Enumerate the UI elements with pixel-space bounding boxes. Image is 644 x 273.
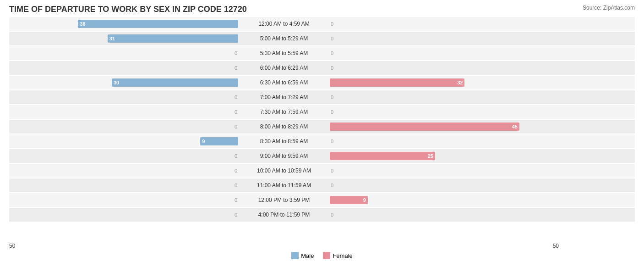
male-bar: 38: [78, 20, 238, 28]
male-value-zero: 0: [234, 124, 238, 129]
male-value-zero: 0: [234, 109, 238, 115]
chart-title: TIME OF DEPARTURE TO WORK BY SEX IN ZIP …: [9, 5, 635, 14]
male-value-zero: 0: [234, 212, 238, 217]
female-value: 32: [455, 80, 464, 85]
table-row: 3812:00 AM to 4:59 AM0: [9, 17, 635, 31]
table-row: 07:30 AM to 7:59 AM0: [9, 105, 635, 119]
table-row: 315:00 AM to 5:29 AM0: [9, 32, 635, 45]
axis-labels: 50 50: [9, 243, 635, 249]
time-label: 6:30 AM to 6:59 AM: [238, 79, 330, 86]
table-row: 07:00 AM to 7:29 AM0: [9, 90, 635, 104]
time-label: 9:00 AM to 9:59 AM: [238, 153, 330, 159]
male-bar-container: 0: [9, 46, 238, 60]
female-value-zero: 0: [330, 21, 334, 27]
table-row: 09:00 AM to 9:59 AM25: [9, 149, 635, 163]
time-label: 11:00 AM to 11:59 AM: [238, 182, 330, 189]
table-row: 06:00 AM to 6:29 AM0: [9, 61, 635, 75]
table-row: 306:30 AM to 6:59 AM32: [9, 76, 635, 89]
chart-container: TIME OF DEPARTURE TO WORK BY SEX IN ZIP …: [0, 0, 644, 273]
female-value-zero: 0: [330, 95, 334, 100]
male-value: 30: [112, 80, 121, 85]
legend-female-box: [323, 252, 330, 259]
male-bar-container: 0: [9, 61, 238, 75]
female-bar-container: 25: [330, 149, 559, 163]
male-bar-container: 31: [9, 32, 238, 45]
axis-right-label: 50: [330, 243, 559, 249]
male-bar-container: 30: [9, 76, 238, 89]
male-bar-container: 9: [9, 134, 238, 148]
female-bar-container: 0: [330, 90, 559, 104]
table-row: 010:00 AM to 10:59 AM0: [9, 164, 635, 178]
male-value: 38: [78, 21, 87, 27]
male-bar-container: 0: [9, 149, 238, 163]
female-bar-container: 9: [330, 193, 559, 207]
female-bar: 32: [330, 78, 464, 87]
male-bar: 9: [200, 137, 238, 145]
male-value-zero: 0: [234, 197, 238, 203]
time-label: 6:00 AM to 6:29 AM: [238, 65, 330, 71]
table-row: 04:00 PM to 11:59 PM0: [9, 208, 635, 222]
male-bar-container: 0: [9, 164, 238, 178]
table-row: 08:00 AM to 8:29 AM45: [9, 120, 635, 134]
time-label: 8:30 AM to 8:59 AM: [238, 138, 330, 145]
male-bar-container: 0: [9, 90, 238, 104]
female-bar-container: 0: [330, 17, 559, 31]
male-value-zero: 0: [234, 65, 238, 71]
table-row: 05:30 AM to 5:59 AM0: [9, 46, 635, 60]
female-bar-container: 45: [330, 120, 559, 134]
male-value-zero: 0: [234, 95, 238, 100]
male-bar: 31: [108, 34, 238, 43]
female-bar-container: 32: [330, 76, 559, 89]
female-bar-container: 0: [330, 61, 559, 75]
legend-male-label: Male: [301, 252, 314, 259]
female-bar: 25: [330, 152, 435, 160]
legend-male: Male: [291, 252, 314, 259]
male-value-zero: 0: [234, 183, 238, 188]
time-label: 12:00 AM to 4:59 AM: [238, 21, 330, 27]
female-value-zero: 0: [330, 36, 334, 41]
female-value-zero: 0: [330, 139, 334, 144]
male-bar-container: 0: [9, 208, 238, 222]
female-value: 25: [426, 153, 435, 159]
table-row: 98:30 AM to 8:59 AM0: [9, 134, 635, 148]
female-bar-container: 0: [330, 105, 559, 119]
time-label: 7:00 AM to 7:29 AM: [238, 94, 330, 100]
male-value-zero: 0: [234, 50, 238, 56]
legend-female: Female: [323, 252, 352, 259]
time-label: 5:30 AM to 5:59 AM: [238, 50, 330, 56]
male-bar-container: 0: [9, 193, 238, 207]
table-row: 011:00 AM to 11:59 AM0: [9, 178, 635, 192]
time-label: 10:00 AM to 10:59 AM: [238, 167, 330, 174]
table-row: 012:00 PM to 3:59 PM9: [9, 193, 635, 207]
female-value: 9: [361, 197, 368, 203]
male-value: 9: [200, 139, 207, 144]
female-value-zero: 0: [330, 50, 334, 56]
male-value-zero: 0: [234, 153, 238, 159]
axis-left-label: 50: [9, 243, 238, 249]
male-bar-container: 38: [9, 17, 238, 31]
legend-female-label: Female: [333, 252, 352, 259]
legend-male-box: [291, 252, 299, 259]
legend: Male Female: [9, 252, 635, 259]
female-bar-container: 0: [330, 46, 559, 60]
female-bar-container: 0: [330, 164, 559, 178]
time-label: 7:30 AM to 7:59 AM: [238, 109, 330, 115]
female-value-zero: 0: [330, 212, 334, 217]
chart-area: 3812:00 AM to 4:59 AM0315:00 AM to 5:29 …: [9, 17, 635, 242]
female-value: 45: [510, 124, 519, 129]
female-value-zero: 0: [330, 168, 334, 173]
time-label: 4:00 PM to 11:59 PM: [238, 212, 330, 218]
time-label: 8:00 AM to 8:29 AM: [238, 123, 330, 130]
female-bar-container: 0: [330, 134, 559, 148]
male-bar-container: 0: [9, 105, 238, 119]
male-bar-container: 0: [9, 178, 238, 192]
female-bar: 45: [330, 123, 519, 131]
male-value: 31: [108, 36, 117, 41]
time-label: 5:00 AM to 5:29 AM: [238, 35, 330, 42]
male-bar: 30: [112, 78, 238, 87]
female-bar-container: 0: [330, 32, 559, 45]
female-bar-container: 0: [330, 178, 559, 192]
male-bar-container: 0: [9, 120, 238, 134]
female-value-zero: 0: [330, 65, 334, 71]
female-value-zero: 0: [330, 183, 334, 188]
